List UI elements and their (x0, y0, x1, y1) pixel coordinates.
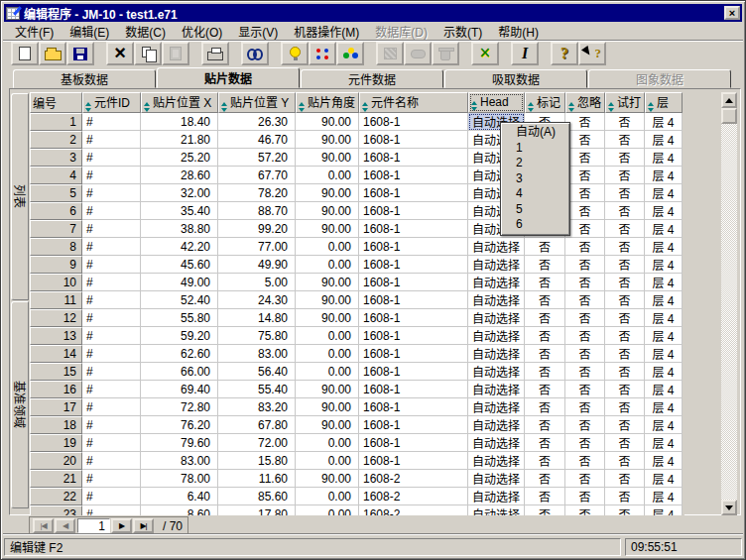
cell-ignore[interactable]: 否 (565, 345, 605, 363)
cell-x[interactable]: 55.80 (141, 309, 218, 327)
cell-layer[interactable]: 层 4 (645, 238, 683, 256)
cell-x[interactable]: 6.40 (141, 488, 218, 505)
cell-trial[interactable]: 否 (605, 274, 645, 291)
cell-ignore[interactable]: 否 (565, 291, 605, 309)
cell-y[interactable]: 77.00 (218, 238, 296, 256)
cell-layer[interactable]: 层 4 (645, 274, 683, 291)
title-bar[interactable]: 编辑程序 - JM-10 - test1.e71 × (4, 4, 742, 22)
cell-ignore[interactable]: 否 (565, 167, 605, 184)
cell-mark[interactable]: 否 (525, 398, 565, 416)
cell-layer[interactable]: 层 4 (645, 416, 683, 434)
cell-layer[interactable]: 层 4 (645, 327, 683, 345)
cell-angle[interactable]: 0.00 (296, 363, 359, 381)
tab-board[interactable]: 基板数据 (13, 69, 156, 88)
row-number-cell[interactable]: 19 (30, 434, 82, 452)
cell-layer[interactable]: 层 4 (645, 488, 683, 505)
cell-head[interactable]: 自动选择 (468, 416, 525, 434)
cell-layer[interactable]: 层 4 (645, 113, 683, 131)
cell-angle[interactable]: 90.00 (296, 274, 359, 291)
cell-trial[interactable]: 否 (605, 327, 645, 345)
side-tab-list[interactable]: 列表 (11, 93, 29, 300)
open-file-button[interactable] (39, 42, 66, 65)
menu-data[interactable]: 数据(C) (117, 22, 174, 41)
menu-view[interactable]: 显示(V) (230, 22, 286, 41)
cell-x[interactable]: 42.20 (141, 238, 218, 256)
text-tool-button[interactable] (511, 42, 539, 65)
cell-trial[interactable]: 否 (605, 309, 645, 327)
cell-name[interactable]: 1608-2 (359, 488, 468, 505)
row-number-cell[interactable]: 18 (30, 416, 82, 434)
cell-x[interactable]: 28.60 (141, 167, 218, 184)
component-view-button[interactable] (336, 42, 364, 65)
cell-y[interactable]: 67.70 (218, 167, 296, 184)
cell-layer[interactable]: 层 4 (645, 363, 683, 381)
dropdown-item-5[interactable]: 5 (501, 202, 569, 218)
cell-y[interactable]: 83.00 (218, 345, 296, 363)
close-button[interactable]: × (724, 6, 740, 20)
find-button[interactable] (241, 42, 269, 65)
cell-angle[interactable]: 0.00 (296, 488, 359, 505)
cell-angle[interactable]: 90.00 (296, 113, 359, 131)
row-number-cell[interactable]: 4 (30, 167, 82, 184)
row-number-cell[interactable]: 6 (30, 202, 82, 220)
cell-name[interactable]: 1608-1 (359, 149, 468, 167)
next-record-button[interactable]: ▶ (111, 518, 132, 533)
cell-x[interactable]: 18.40 (141, 113, 218, 131)
dropdown-item-4[interactable]: 4 (501, 186, 569, 202)
row-number-cell[interactable]: 8 (30, 238, 82, 256)
cell-layer[interactable]: 层 4 (645, 149, 683, 167)
cell-x[interactable]: 45.60 (141, 256, 218, 274)
cell-angle[interactable]: 90.00 (296, 184, 359, 202)
cell-id[interactable]: # (82, 434, 141, 452)
cell-name[interactable]: 1608-1 (359, 274, 468, 291)
cell-x[interactable]: 49.00 (141, 274, 218, 291)
cell-y[interactable]: 72.00 (218, 434, 296, 452)
cell-layer[interactable]: 层 4 (645, 291, 683, 309)
dropdown-item-2[interactable]: 2 (501, 156, 569, 171)
cell-name[interactable]: 1608-1 (359, 363, 468, 381)
row-number-cell[interactable]: 21 (30, 470, 82, 488)
cell-x[interactable]: 72.80 (141, 398, 218, 416)
save-file-button[interactable] (66, 42, 94, 65)
cell-ignore[interactable]: 否 (565, 256, 605, 274)
cell-trial[interactable]: 否 (605, 184, 645, 202)
cell-layer[interactable]: 层 4 (645, 345, 683, 363)
row-number-cell[interactable]: 20 (30, 452, 82, 470)
cell-id[interactable]: # (82, 184, 141, 202)
cell-ignore[interactable]: 否 (565, 202, 605, 220)
column-header-layer[interactable]: 层 (645, 92, 683, 113)
cell-name[interactable]: 1608-1 (359, 238, 468, 256)
dropdown-item-3[interactable]: 3 (501, 171, 569, 187)
cell-id[interactable]: # (82, 363, 141, 381)
cell-ignore[interactable]: 否 (565, 238, 605, 256)
cell-name[interactable]: 1608-1 (359, 327, 468, 345)
cell-name[interactable]: 1608-1 (359, 381, 468, 398)
cell-angle[interactable]: 90.00 (296, 309, 359, 327)
board-mark-button[interactable] (471, 42, 499, 65)
cell-y[interactable]: 55.40 (218, 381, 296, 398)
dropdown-item-1[interactable]: 1 (501, 141, 569, 157)
cell-angle[interactable]: 0.00 (296, 256, 359, 274)
cell-angle[interactable]: 90.00 (296, 381, 359, 398)
cell-layer[interactable]: 层 4 (645, 398, 683, 416)
cell-name[interactable]: 1608-1 (359, 416, 468, 434)
cell-id[interactable]: # (82, 345, 141, 363)
cell-id[interactable]: # (82, 398, 141, 416)
cell-id[interactable]: # (82, 202, 141, 220)
cell-name[interactable]: 1608-1 (359, 220, 468, 238)
cell-trial[interactable]: 否 (605, 398, 645, 416)
cell-id[interactable]: # (82, 488, 141, 505)
new-file-button[interactable] (11, 42, 39, 65)
cell-name[interactable]: 1608-1 (359, 452, 468, 470)
tab-component[interactable]: 元件数据 (301, 69, 443, 88)
cell-id[interactable]: # (82, 131, 141, 149)
cell-layer[interactable]: 层 4 (645, 470, 683, 488)
cell-mark[interactable]: 否 (525, 416, 565, 434)
cell-name[interactable]: 1608-1 (359, 202, 468, 220)
cell-head[interactable]: 自动选择 (468, 505, 525, 515)
cell-head[interactable]: 自动选择 (468, 434, 525, 452)
cell-trial[interactable]: 否 (605, 291, 645, 309)
record-number-input[interactable] (77, 518, 110, 533)
delete-button[interactable] (106, 42, 134, 65)
menu-file[interactable]: 文件(F) (7, 22, 62, 41)
